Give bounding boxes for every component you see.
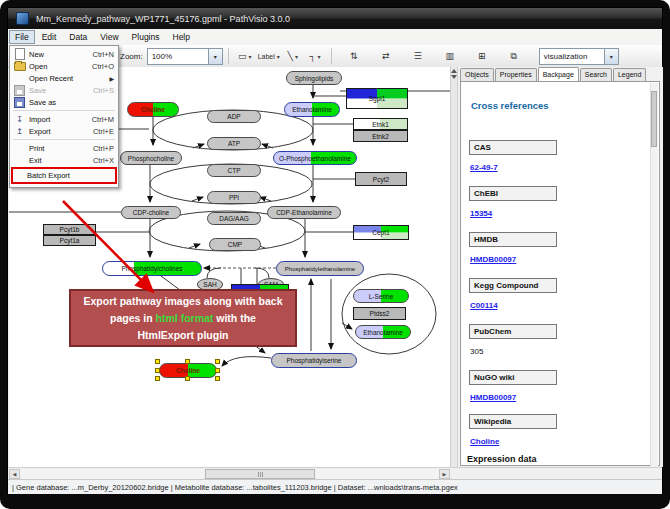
zoom-label: Zoom: [120, 52, 143, 61]
status-bar: | Gene database: ...m_Derby_20120602.bri… [8, 479, 662, 494]
datanode-icon: ▭ [238, 51, 247, 61]
link-kegg[interactable]: C00114 [470, 301, 498, 310]
datanode-tool-button[interactable]: ▭▾ [234, 48, 256, 65]
annotation-callout: Export pathway images along with back pa… [69, 289, 297, 347]
pathway-node-choline[interactable]: Choline [127, 102, 179, 117]
pathway-node-ptdss2[interactable]: Ptdss2 [353, 307, 406, 320]
backpage-panel: Cross references CAS 62-49-7 ChEBI 15354… [460, 81, 660, 466]
panel-scrollbar[interactable] [650, 83, 658, 466]
tab-objects[interactable]: Objects [460, 68, 494, 82]
screenshot-stage: Mm_Kennedy_pathway_WP1771_45176.gpml - P… [0, 0, 670, 509]
connector-tool-button[interactable]: ┐▾ [304, 48, 326, 65]
visualization-combobox[interactable]: visualization ▾ [539, 48, 619, 65]
menu-item-new[interactable]: NewCtrl+N [10, 48, 118, 60]
tab-search[interactable]: Search [580, 68, 612, 82]
pathway-node-pcyt1a[interactable]: Pcyt1a [43, 235, 96, 246]
pathway-node-cept1[interactable]: Cept1 [353, 225, 409, 240]
selection-handle[interactable] [185, 359, 190, 364]
zoom-combobox[interactable]: 100% ▾ [147, 48, 223, 65]
menu-data[interactable]: Data [63, 30, 93, 44]
match-width-button[interactable]: ☰ [407, 48, 429, 65]
pathway-node-atp[interactable]: ATP [207, 137, 261, 150]
pathway-node-ctp[interactable]: CTP [207, 164, 261, 177]
pathway-node-cmp[interactable]: CMP [209, 238, 261, 251]
same-size-button[interactable]: ⊞ [471, 48, 493, 65]
link-chebi[interactable]: 15354 [470, 209, 492, 218]
pathway-node-adp[interactable]: ADP [207, 110, 261, 123]
app-icon [16, 12, 29, 25]
pathway-node-phosphatidylserine[interactable]: Phosphatidylserine [271, 353, 357, 368]
selection-handle[interactable] [155, 368, 160, 373]
scroll-right-icon[interactable]: ▶ [439, 469, 450, 479]
visualization-dropdown-icon[interactable]: ▾ [604, 49, 618, 64]
align-center-button[interactable]: ⇅ [343, 48, 365, 65]
match-height-button[interactable]: ▥ [439, 48, 461, 65]
pathway-node-ppi[interactable]: PPi [207, 191, 261, 204]
menu-item-open-recent[interactable]: Open Recent▶ [10, 72, 118, 84]
tab-backpage[interactable]: Backpage [538, 67, 579, 81]
menu-item-save[interactable]: SaveCtrl+S [10, 84, 118, 96]
selection-handle[interactable] [185, 376, 190, 381]
layout-button[interactable]: ⧉ [503, 48, 525, 65]
scrollbar-thumb[interactable] [205, 469, 315, 479]
selection-handle[interactable] [215, 368, 220, 373]
selection-handle[interactable] [215, 376, 220, 381]
link-hmdb[interactable]: HMDB00097 [470, 255, 516, 264]
pathway-node-o-phosphoethanolamine[interactable]: O-Phosphoethanolamine [273, 151, 357, 165]
link-nugo[interactable]: HMDB00097 [470, 393, 516, 402]
menu-file[interactable]: File [9, 30, 35, 44]
panel-tabs: Objects Properties Backpage Search Legen… [460, 68, 647, 82]
menu-item-import[interactable]: ↧ ImportCtrl+M [10, 113, 118, 125]
layout-icon: ⧉ [511, 51, 517, 62]
menu-item-batch-export[interactable]: Batch Export [11, 167, 117, 184]
line-tool-button[interactable]: ╲▾ [282, 48, 304, 65]
menu-edit[interactable]: Edit [36, 30, 63, 44]
pathway-node-sgpl1[interactable]: Sgpl1 [346, 88, 408, 109]
menu-item-print[interactable]: PrintCtrl+P [10, 142, 118, 154]
match-height-icon: ▥ [446, 51, 455, 61]
panel-scrollbar-thumb[interactable] [651, 91, 657, 147]
pathway-node-cdp-ethanolamine[interactable]: CDP-Ethanolamine [267, 206, 341, 219]
zoom-dropdown-icon[interactable]: ▾ [208, 49, 222, 64]
section-header-nugo: NuGO wiki [469, 370, 557, 385]
toolbar-separator [331, 48, 332, 64]
selection-handle[interactable] [215, 359, 220, 364]
panel-splitter[interactable] [450, 67, 458, 467]
pathway-node-dag-aag[interactable]: DAG/AAG [207, 212, 261, 225]
menu-help[interactable]: Help [167, 30, 196, 44]
pathway-node-etnk2[interactable]: Etnk2 [353, 130, 408, 142]
pathway-node-l-serine[interactable]: L-Serine [353, 289, 409, 303]
section-header-wikipedia: Wikipedia [469, 414, 557, 429]
menu-item-exit[interactable]: ExitCtrl+X [10, 154, 118, 166]
zoom-value: 100% [148, 52, 208, 61]
pathway-node-sphingolipids[interactable]: Sphingolipids [286, 71, 342, 85]
pathway-node-pcyt2[interactable]: Pcyt2 [355, 172, 407, 186]
pathway-node-ethanolamine-2[interactable]: Ethanolamine [355, 325, 411, 339]
menu-item-save-as[interactable]: Save as [10, 96, 118, 108]
label-tool-button[interactable]: Label▾ [256, 48, 282, 65]
menu-view[interactable]: View [94, 30, 124, 44]
selection-handle[interactable] [155, 359, 160, 364]
tab-legend[interactable]: Legend [613, 68, 646, 82]
pathway-node-pcyt1b[interactable]: Pcyt1b [43, 224, 96, 235]
scroll-left-icon[interactable]: ◀ [9, 469, 20, 479]
canvas-horizontal-scrollbar[interactable]: ◀ ▶ [9, 469, 450, 479]
pathway-node-cdp-choline[interactable]: CDP-choline [121, 206, 181, 219]
menu-item-export[interactable]: ↥ ExportCtrl+E [10, 125, 118, 137]
pathway-node-phosphatidylcholines[interactable]: Phosphatidylcholines [102, 261, 202, 276]
pathway-node-phosphatidylethanolamine[interactable]: Phosphatidylethanolamine [276, 261, 364, 276]
connector-icon: ┐ [309, 51, 315, 61]
save-as-icon [13, 97, 26, 107]
selection-handle[interactable] [155, 376, 160, 381]
menu-item-open[interactable]: OpenCtrl+O [10, 60, 118, 72]
link-cas[interactable]: 62-49-7 [470, 163, 498, 172]
menu-plugins[interactable]: Plugins [126, 30, 166, 44]
align-horizontal-button[interactable]: ⇄ [375, 48, 397, 65]
link-wikipedia[interactable]: Choline [470, 437, 499, 446]
tab-properties[interactable]: Properties [495, 68, 537, 82]
pathway-node-phosphocholine[interactable]: Phosphocholine [120, 151, 182, 165]
file-menu: NewCtrl+N OpenCtrl+O Open Recent▶ SaveCt… [9, 45, 119, 188]
pathway-node-etnk1[interactable]: Etnk1 [353, 118, 408, 130]
new-file-icon [13, 49, 26, 59]
pathway-node-ethanolamine[interactable]: Ethanolamine [284, 102, 340, 117]
